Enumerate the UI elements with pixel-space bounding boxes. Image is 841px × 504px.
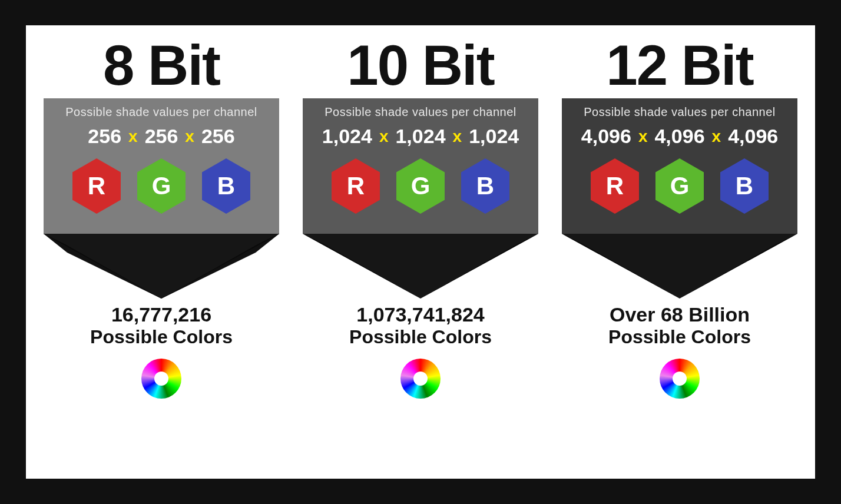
panel-subhead: Possible shade values per channel: [65, 105, 257, 119]
column-title: 10 Bit: [347, 37, 494, 94]
multiply-icon: x: [379, 127, 389, 146]
channel-value: 256: [88, 125, 121, 148]
result-number: 16,777,216: [90, 303, 233, 326]
shade-values-panel: Possible shade values per channel 256 x …: [44, 98, 279, 234]
result-block: 16,777,216 Possible Colors: [90, 303, 233, 348]
multiplication-row: 4,096 x 4,096 x 4,096: [581, 125, 778, 148]
blue-channel-badge-icon: B: [202, 158, 250, 214]
channel-value: 256: [201, 125, 235, 148]
color-wheel-icon: [141, 359, 181, 399]
channel-value: 4,096: [654, 125, 704, 148]
result-label: Possible Colors: [608, 326, 751, 348]
shade-values-panel: Possible shade values per channel 4,096 …: [562, 98, 797, 234]
result-number: Over 68 Billion: [608, 303, 751, 326]
red-channel-badge-icon: R: [332, 158, 380, 214]
rgb-badge-row: R G B: [332, 158, 509, 214]
channel-value: 4,096: [581, 125, 631, 148]
multiply-icon: x: [638, 127, 648, 146]
green-channel-badge-icon: G: [137, 158, 186, 214]
red-channel-badge-icon: R: [72, 158, 121, 214]
color-wheel-icon: [400, 359, 441, 399]
multiply-icon: x: [712, 127, 721, 146]
channel-value: 256: [145, 125, 178, 148]
multiply-icon: x: [453, 127, 462, 146]
funnel-arrow-icon: [562, 234, 797, 299]
result-block: Over 68 Billion Possible Colors: [608, 303, 751, 348]
svg-marker-3: [44, 234, 279, 299]
rgb-badge-row: R G B: [72, 158, 250, 214]
green-channel-badge-icon: G: [396, 158, 445, 214]
multiplication-row: 256 x 256 x 256: [88, 125, 234, 148]
multiply-icon: x: [128, 127, 138, 146]
result-number: 1,073,741,824: [349, 303, 492, 326]
svg-marker-9: [562, 234, 797, 299]
channel-value: 4,096: [728, 125, 778, 148]
bit-depth-column-8bit: 8 Bit Possible shade values per channel …: [38, 37, 285, 399]
shade-values-panel: Possible shade values per channel 1,024 …: [303, 98, 538, 234]
blue-channel-badge-icon: B: [720, 158, 769, 214]
red-channel-badge-icon: R: [591, 158, 639, 214]
green-channel-badge-icon: G: [655, 158, 704, 214]
color-wheel-icon: [660, 359, 700, 399]
panel-subhead: Possible shade values per channel: [325, 105, 516, 119]
infographic-canvas: 8 Bit Possible shade values per channel …: [26, 25, 815, 479]
bit-depth-column-10bit: 10 Bit Possible shade values per channel…: [297, 37, 544, 399]
channel-value: 1,024: [469, 125, 519, 148]
panel-subhead: Possible shade values per channel: [584, 105, 776, 119]
multiplication-row: 1,024 x 1,024 x 1,024: [322, 125, 519, 148]
funnel-arrow-icon: [44, 234, 279, 299]
channel-value: 1,024: [322, 125, 372, 148]
funnel-arrow-icon: [303, 234, 538, 299]
result-block: 1,073,741,824 Possible Colors: [349, 303, 492, 348]
column-title: 12 Bit: [606, 37, 753, 94]
rgb-badge-row: R G B: [591, 158, 769, 214]
svg-marker-6: [303, 234, 538, 299]
result-label: Possible Colors: [349, 326, 492, 348]
multiply-icon: x: [185, 127, 194, 146]
column-title: 8 Bit: [103, 37, 220, 94]
bit-depth-column-12bit: 12 Bit Possible shade values per channel…: [556, 37, 803, 399]
blue-channel-badge-icon: B: [461, 158, 509, 214]
result-label: Possible Colors: [90, 326, 233, 348]
channel-value: 1,024: [395, 125, 445, 148]
